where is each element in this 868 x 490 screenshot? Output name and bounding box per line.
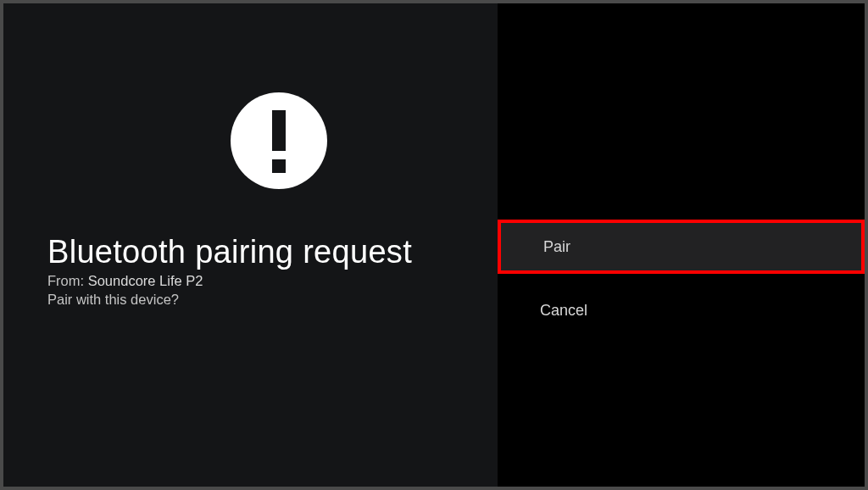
- pairing-dialog: Bluetooth pairing request From: Soundcor…: [3, 3, 865, 487]
- dialog-title: Bluetooth pairing request: [47, 234, 412, 270]
- svg-rect-1: [272, 159, 286, 173]
- alert-icon: [231, 92, 327, 189]
- pair-button-label: Pair: [543, 238, 570, 256]
- cancel-button[interactable]: Cancel: [498, 283, 865, 337]
- content-panel: Bluetooth pairing request From: Soundcor…: [3, 3, 498, 487]
- actions-panel: Pair Cancel: [498, 3, 865, 487]
- from-label: From:: [47, 273, 88, 288]
- cancel-button-label: Cancel: [540, 302, 587, 320]
- pair-button[interactable]: Pair: [498, 220, 865, 274]
- device-from-line: From: Soundcore Life P2: [47, 273, 203, 289]
- device-name: Soundcore Life P2: [88, 273, 203, 288]
- svg-rect-0: [272, 110, 286, 151]
- pairing-prompt: Pair with this device?: [47, 292, 179, 308]
